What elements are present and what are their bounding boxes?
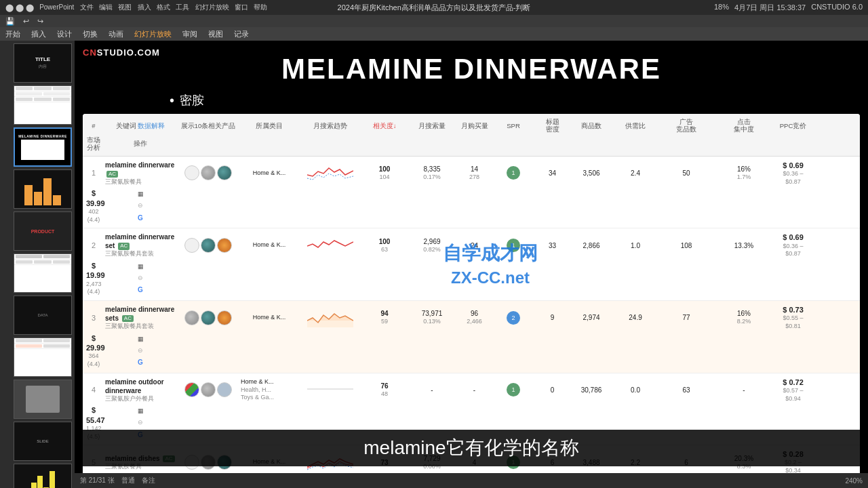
- row-4-supply-demand: 0.0: [612, 384, 659, 396]
- slide-thumb-27[interactable]: 27: [14, 380, 72, 419]
- trend-chart-3: [307, 306, 353, 327]
- row-4-search-vol: -: [408, 384, 456, 396]
- row-1-market: $ 39.99 402 (4.4): [84, 187, 103, 225]
- row-2-relevance: 100 63: [361, 236, 408, 256]
- slide-thumb-21[interactable]: 21 MELAMINE DINNERWARE: [14, 127, 72, 167]
- slide-thumb-23[interactable]: 23 PRODUCT: [14, 211, 72, 251]
- slide-thumb-25[interactable]: 25 DATA: [14, 296, 72, 335]
- row-4-click-conc: -: [713, 384, 774, 396]
- row-3-ppc: $ 0.73 $0.55 – $0.81: [774, 304, 812, 332]
- google-icon[interactable]: G: [136, 285, 145, 295]
- prod-img: [201, 238, 216, 253]
- ppt-toolbar: 💾 ↩ ↪: [0, 15, 868, 27]
- logo-cn: CN: [83, 47, 97, 58]
- status-zoom: 240%: [845, 477, 863, 485]
- row-2-num: 2: [84, 239, 103, 251]
- th-relevance[interactable]: 相关度↓: [361, 121, 408, 131]
- row-2-trend: [300, 232, 361, 259]
- bar-chart-icon[interactable]: ▦: [136, 190, 145, 199]
- google-icon[interactable]: G: [136, 358, 145, 367]
- ribbon-notes[interactable]: 记录: [234, 29, 249, 39]
- app-menu-powerpoint: PowerPoint 文件 编辑 视图 插入 格式 工具 幻灯片放映 窗口 帮助: [39, 3, 267, 12]
- prod-img: [201, 310, 216, 325]
- bar-chart-icon[interactable]: ▦: [136, 407, 145, 416]
- row-4-category: Home & K... Health, H... Toys & Ga...: [239, 377, 300, 403]
- minus-icon[interactable]: ⊖: [136, 201, 145, 211]
- google-icon[interactable]: G: [136, 213, 145, 222]
- row-2-products: [178, 237, 239, 254]
- ribbon-animations[interactable]: 动画: [108, 29, 123, 39]
- slide-thumb-19[interactable]: 19 TITLE 内容: [14, 43, 72, 83]
- th-ad-count: 广告竞品数: [659, 117, 713, 135]
- th-keyword[interactable]: 关键词 数据解释: [103, 121, 178, 131]
- row-3-spr: 2: [493, 310, 534, 326]
- row-2-click-conc: 13.3%: [713, 240, 774, 251]
- slide-thumb-28[interactable]: 28 SLIDE: [14, 422, 72, 461]
- slide-thumb-26[interactable]: 26: [14, 338, 72, 377]
- table-row: 3 melamine dinnerware sets AC 三聚氰胺餐具套装 H…: [83, 301, 860, 373]
- ribbon-review[interactable]: 审阅: [182, 29, 197, 39]
- slide-thumbnails-panel[interactable]: 19 TITLE 内容 20: [0, 41, 75, 488]
- row-1-purchase: 14 278: [456, 163, 493, 183]
- slide-thumb-22[interactable]: 22: [14, 169, 72, 209]
- row-2-category: Home & K...: [239, 240, 300, 251]
- row-4-spr: 1: [493, 382, 534, 398]
- ribbon-design[interactable]: 设计: [57, 29, 72, 39]
- row-4-purchase: -: [456, 384, 493, 396]
- row-4-ppc: $ 0.72 $0.57 – $0.94: [774, 376, 812, 405]
- ribbon-home[interactable]: 开始: [5, 29, 20, 39]
- row-1-product-count: 3,506: [571, 167, 612, 179]
- bar-chart-icon[interactable]: ▦: [136, 262, 145, 272]
- mac-traffic-lights[interactable]: ⬤ ⬤ ⬤: [5, 3, 34, 12]
- minus-icon[interactable]: ⊖: [136, 274, 145, 283]
- toolbar-save[interactable]: 💾: [5, 17, 15, 26]
- slide-thumb-24[interactable]: 24: [14, 253, 72, 293]
- ribbon-insert[interactable]: 插入: [31, 29, 46, 39]
- table-row: 2 melamine dinnerware set AC 三聚氰胺餐具套装 Ho…: [83, 228, 860, 301]
- row-1-actions[interactable]: ▦ ⊖ G: [103, 188, 178, 224]
- row-3-actions[interactable]: ▦ ⊖ G: [103, 333, 178, 369]
- th-action: 操作: [103, 138, 178, 148]
- row-1-ppc: $ 0.69 $0.36 – $0.87: [774, 159, 812, 188]
- row-2-search-vol: 2,969 0.82%: [408, 236, 456, 256]
- mac-status-right: 18% 4月7日 周日 15:38:37 CNSTUDIO 6.0: [714, 3, 863, 13]
- th-ppc: PPC竞价: [774, 121, 812, 131]
- prod-img: [184, 382, 199, 397]
- row-1-relevance: 100 104: [361, 163, 408, 183]
- ribbon-slideshow[interactable]: 幻灯片放映: [134, 29, 172, 39]
- ribbon-view[interactable]: 视图: [208, 29, 223, 39]
- minus-icon[interactable]: ⊖: [136, 346, 145, 356]
- row-4-products: [178, 381, 239, 399]
- minus-icon[interactable]: ⊖: [136, 418, 145, 428]
- row-1-keyword: melamine dinnerware AC 三聚氰胺餐具: [103, 159, 178, 188]
- row-1-trend: [300, 160, 361, 186]
- row-3-category: Home & K...: [239, 312, 300, 323]
- slide-main-title: MELAMINE DINNERWARE: [75, 41, 868, 92]
- th-click-conc: 点击集中度: [713, 117, 774, 135]
- row-3-relevance: 94 59: [361, 308, 408, 327]
- prod-img: [201, 382, 216, 397]
- prod-img: [184, 165, 199, 180]
- row-1-click-conc: 16% 1.7%: [713, 163, 774, 183]
- slide-thumb-29[interactable]: 29: [14, 464, 72, 488]
- th-category: 所属类目: [239, 121, 300, 131]
- th-market: 市场分析: [84, 135, 103, 153]
- row-2-actions[interactable]: ▦ ⊖ G: [103, 261, 178, 296]
- row-1-products: [178, 164, 239, 182]
- slide-thumb-20[interactable]: 20: [14, 85, 72, 125]
- toolbar-undo[interactable]: ↩: [23, 17, 29, 26]
- ribbon-transitions[interactable]: 切换: [83, 29, 98, 39]
- row-2-ad-count: 108: [659, 240, 713, 251]
- status-mode: 普通: [121, 476, 135, 485]
- prod-img: [217, 310, 232, 325]
- th-trend: 月搜索趋势: [300, 121, 361, 131]
- row-2-product-count: 2,866: [571, 240, 612, 251]
- row-1-supply-demand: 2.4: [612, 167, 659, 179]
- row-1-category: Home & K...: [239, 168, 300, 179]
- bar-chart-icon[interactable]: ▦: [136, 335, 145, 344]
- row-2-ppc: $ 0.69 $0.36 – $0.87: [774, 231, 812, 260]
- toolbar-redo[interactable]: ↪: [37, 17, 43, 26]
- prod-img: [184, 238, 199, 253]
- row-3-supply-demand: 24.9: [612, 312, 659, 323]
- mac-os-bar: ⬤ ⬤ ⬤ PowerPoint 文件 编辑 视图 插入 格式 工具 幻灯片放映…: [0, 0, 868, 15]
